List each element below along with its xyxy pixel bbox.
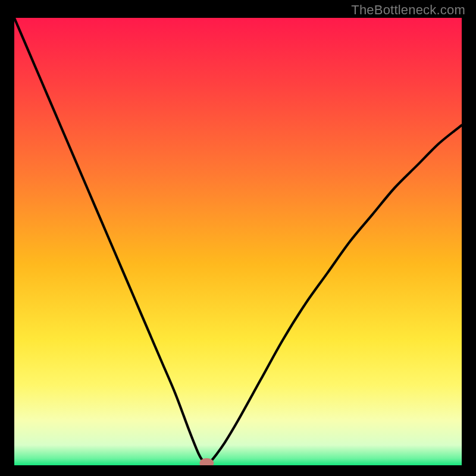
chart-frame: TheBottleneck.com xyxy=(0,0,476,476)
watermark-text: TheBottleneck.com xyxy=(351,2,465,18)
bottleneck-chart xyxy=(14,18,462,465)
gradient-background xyxy=(14,18,462,465)
plot-area xyxy=(14,18,462,465)
